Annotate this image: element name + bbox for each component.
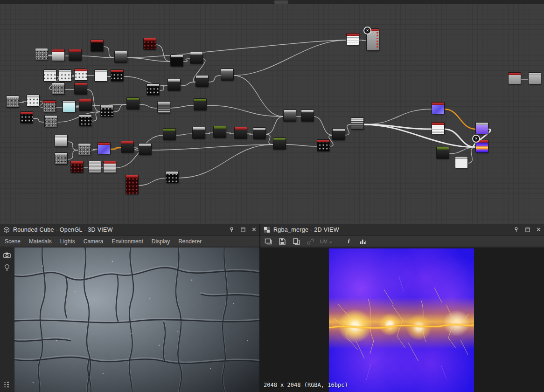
graph-node-black-6[interactable] <box>171 55 183 66</box>
graph-node-noiseDark-24[interactable] <box>101 105 113 117</box>
lightbulb-icon[interactable] <box>3 263 11 272</box>
histogram-icon[interactable] <box>359 237 367 246</box>
graph-node-dark-43[interactable] <box>273 138 286 149</box>
graph-node-dark-16[interactable] <box>168 79 180 90</box>
panel-2d-header[interactable]: Rgba_merge - 2D VIEW ✕ <box>260 224 544 235</box>
graph-node-lightGrad-1[interactable] <box>52 49 64 61</box>
menu-materials[interactable]: Materials <box>29 238 52 245</box>
graph-node-noiseMid-19[interactable] <box>7 96 19 107</box>
graph-node-dark-42[interactable] <box>253 128 265 139</box>
graph-node-noiseDark-52[interactable] <box>166 172 178 183</box>
graph-node-dark-37[interactable] <box>139 144 151 155</box>
view3d-viewport[interactable] <box>14 248 259 392</box>
copy-icon[interactable] <box>292 237 300 246</box>
graph-node-silver-49[interactable] <box>89 161 101 172</box>
pin-icon[interactable] <box>229 227 235 233</box>
menu-display[interactable]: Display <box>152 238 170 245</box>
graph-node-dark-41[interactable] <box>235 127 247 138</box>
menu-camera[interactable]: Camera <box>84 238 104 245</box>
graph-node-noiseDark-28[interactable] <box>21 112 33 123</box>
graph-node-noiseMid-47[interactable] <box>55 153 67 164</box>
graph-node-noiseMid-34[interactable] <box>78 144 91 155</box>
graph-node-dark-23[interactable] <box>79 99 91 110</box>
graph-node-white-11[interactable] <box>95 70 107 81</box>
graph-node-dark-27[interactable] <box>194 99 206 110</box>
close-icon[interactable]: ✕ <box>536 227 541 233</box>
graph-node-noiseLight-9[interactable] <box>59 70 71 81</box>
graph-node-blue-35[interactable] <box>98 143 110 154</box>
menu-scene[interactable]: Scene <box>5 238 21 245</box>
panel-3d-title: Rounded Cube - OpenGL - 3D VIEW <box>13 227 113 233</box>
menu-renderer[interactable]: Renderer <box>178 238 202 245</box>
graph-node-dark-45[interactable] <box>333 129 345 140</box>
output-view-badge-icon[interactable]: ✕ <box>472 135 480 143</box>
graph-node-dark-38[interactable] <box>163 129 175 140</box>
graph-node-darkRedNoise-51[interactable] <box>126 175 138 194</box>
save-icon[interactable] <box>278 237 286 246</box>
graph-node-noiseMid-0[interactable] <box>35 48 48 60</box>
close-icon[interactable]: ✕ <box>251 227 257 233</box>
graph-node-waves-46[interactable] <box>351 118 363 129</box>
graph-node-darkGrad-31[interactable] <box>284 110 296 121</box>
graph-node-lightGrad-33[interactable] <box>55 135 67 146</box>
graph-node-dark-40[interactable] <box>214 126 226 138</box>
graph-node-noiseDark-12[interactable] <box>111 70 123 81</box>
graph-node-dark-25[interactable] <box>127 98 139 109</box>
cube-icon <box>3 226 10 234</box>
graph-node-noiseLight-8[interactable] <box>44 70 56 81</box>
view2d-viewport[interactable]: 2048 x 2048 (RGBA, 16bpc) <box>260 248 544 392</box>
maximize-icon[interactable] <box>525 227 530 233</box>
graph-node-cyan-22[interactable] <box>63 101 75 112</box>
graph-node-noiseMid-29[interactable] <box>45 116 57 127</box>
info-icon[interactable]: i <box>345 237 353 246</box>
graph-node-dark-32[interactable] <box>301 110 314 121</box>
graph-node-darkGrad-4[interactable] <box>115 51 127 62</box>
graph-node-darkRedNoise-48[interactable] <box>71 161 83 172</box>
graph-node-black-3[interactable] <box>91 40 103 51</box>
graph-node-dark-58[interactable] <box>437 147 449 158</box>
graph-node-dark-17[interactable] <box>196 76 208 87</box>
panel-3d-header[interactable]: Rounded Cube - OpenGL - 3D VIEW ✕ <box>0 224 259 235</box>
graph-node-noiseDark-44[interactable] <box>317 140 329 151</box>
menu-environment[interactable]: Environment <box>112 238 143 245</box>
panel-2d-view: Rgba_merge - 2D VIEW ✕ <box>260 224 544 392</box>
graph-node-noiseLight-20[interactable] <box>27 95 39 106</box>
link-icon[interactable] <box>306 237 314 246</box>
graph-node-noiseMid-13[interactable] <box>52 83 64 94</box>
graph-node-silver-50[interactable] <box>104 161 116 172</box>
graph-node-grayBody-61[interactable] <box>509 73 521 84</box>
texture-preview[interactable] <box>329 248 474 392</box>
graph-node-dark-14[interactable] <box>75 83 87 94</box>
graph-node-darkGrad-18[interactable] <box>221 69 233 80</box>
graph-node-redStripe-56[interactable] <box>432 123 444 134</box>
pin-icon[interactable] <box>513 227 519 233</box>
graph-node-white-60[interactable] <box>455 157 467 168</box>
uv-mode-dropdown[interactable]: UV ⌄ <box>320 238 333 244</box>
graph-node-noiseLight-10[interactable] <box>75 69 87 80</box>
image-info-status: 2048 x 2048 (RGBA, 16bpc) <box>264 382 348 388</box>
graph-node-blue-55[interactable] <box>432 103 444 114</box>
graph-node-grayBody-62[interactable] <box>529 73 541 84</box>
graph-node-noiseDark-30[interactable] <box>79 115 91 126</box>
toolbar-handle[interactable] <box>274 0 288 4</box>
view2d-toolbar: UV ⌄ i <box>260 236 544 247</box>
graph-node-noiseMid-21[interactable] <box>43 101 56 112</box>
graph-top-toolbar <box>0 0 544 4</box>
graph-node-dark-36[interactable] <box>121 141 133 152</box>
display-output-icon[interactable] <box>264 237 272 246</box>
camera-icon[interactable] <box>3 251 11 260</box>
menu-lights[interactable]: Lights <box>60 238 75 245</box>
uv-label: UV <box>320 239 327 244</box>
graph-node-waves-26[interactable] <box>158 102 170 113</box>
graph-node-noiseDark-15[interactable] <box>147 84 159 95</box>
graph-node-dark-2[interactable] <box>69 49 81 61</box>
graph-node-darkRedNoise-5[interactable] <box>144 38 156 49</box>
graph-node-dark-39[interactable] <box>193 127 205 138</box>
graph-node-redStripe-53[interactable] <box>347 34 359 45</box>
node-graph-canvas[interactable]: ✕✕ <box>0 4 544 224</box>
scene-tree-icon[interactable] <box>3 381 11 389</box>
graph-node-dark-7[interactable] <box>190 52 202 63</box>
output-view-badge-icon[interactable]: ✕ <box>363 27 371 34</box>
graph-node-purple-57[interactable] <box>476 123 488 134</box>
maximize-icon[interactable] <box>240 227 246 233</box>
